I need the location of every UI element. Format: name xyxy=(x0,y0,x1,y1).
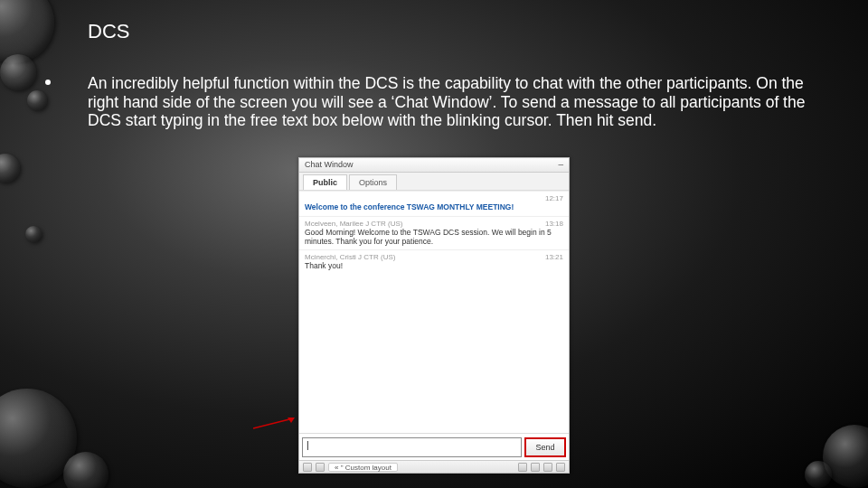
svg-marker-1 xyxy=(288,418,295,423)
body-text: An incredibly helpful function within th… xyxy=(88,74,820,130)
message-time: 13:21 xyxy=(545,253,563,261)
bubble-decor xyxy=(0,154,20,183)
message-text: Thank you! xyxy=(305,262,563,271)
layout-selector[interactable]: « " Custom layout xyxy=(328,463,398,472)
svg-line-0 xyxy=(253,419,289,428)
chat-messages: 12:17 Welcome to the conference TSWAG MO… xyxy=(299,191,569,424)
footer-icon[interactable] xyxy=(303,463,312,472)
minimize-icon[interactable]: – xyxy=(558,159,563,169)
bubble-decor xyxy=(0,0,54,63)
message-text: Welcome to the conference TSWAG MONTHLY … xyxy=(305,203,563,212)
bubble-decor xyxy=(25,226,42,242)
chat-window: Chat Window – Public Options 12:17 Welco… xyxy=(298,157,570,474)
message-from: Mcelveen, Marilee J CTR (US) xyxy=(305,220,402,228)
bubble-decor xyxy=(0,54,36,90)
footer-icon[interactable] xyxy=(531,463,540,472)
chat-message: Mcinerchi, Cristi J CTR (US)13:21 Thank … xyxy=(299,249,569,275)
chat-message: 12:17 Welcome to the conference TSWAG MO… xyxy=(299,191,569,216)
chat-message: Mcelveen, Marilee J CTR (US)13:18 Good M… xyxy=(299,216,569,250)
annotation-arrow xyxy=(253,418,295,430)
message-from: Mcinerchi, Cristi J CTR (US) xyxy=(305,253,395,261)
text-cursor: | xyxy=(307,440,309,450)
chat-footer: « " Custom layout xyxy=(299,460,569,473)
chat-input-row: | Send xyxy=(299,433,569,460)
send-button[interactable]: Send xyxy=(524,437,566,457)
page-title: DCS xyxy=(88,20,129,43)
bubble-decor xyxy=(27,90,47,110)
tab-options[interactable]: Options xyxy=(349,174,397,190)
message-text: Good Morning! Welcome to the TSWAG DCS s… xyxy=(305,229,563,247)
bubble-decor xyxy=(63,452,108,488)
message-time: 13:18 xyxy=(545,220,563,228)
footer-icon[interactable] xyxy=(518,463,527,472)
footer-icon[interactable] xyxy=(543,463,552,472)
chat-titlebar: Chat Window – xyxy=(299,158,569,173)
bullet-icon xyxy=(45,80,51,85)
slide: DCS An incredibly helpful function withi… xyxy=(0,0,868,488)
tab-public[interactable]: Public xyxy=(303,174,347,190)
chat-tabs: Public Options xyxy=(299,173,569,191)
footer-icon[interactable] xyxy=(316,463,325,472)
bubble-decor xyxy=(805,461,832,488)
footer-icon[interactable] xyxy=(556,463,565,472)
chat-input[interactable]: | xyxy=(302,437,522,457)
chat-title-text: Chat Window xyxy=(305,160,354,169)
message-time: 12:17 xyxy=(545,194,563,202)
